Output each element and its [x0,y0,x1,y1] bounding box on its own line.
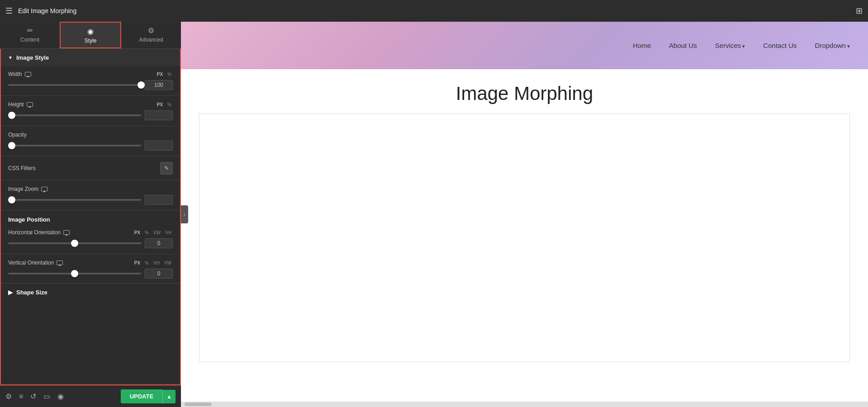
opacity-slider-row [8,141,173,151]
opacity-slider-thumb[interactable] [8,142,15,149]
nav-services[interactable]: Services [715,42,745,49]
height-text: Height [8,101,24,108]
sidebar-collapse-handle[interactable]: ‹ [181,205,188,223]
opacity-slider-track [8,145,141,147]
responsive-icon[interactable]: ▭ [43,392,50,401]
page-title: Image Morphing [199,83,850,104]
preview-scrollbar[interactable] [181,402,868,407]
bottom-bar: ⚙ ≡ ↺ ▭ ◉ UPDATE ▲ [0,385,181,407]
horizontal-value-input[interactable] [145,238,173,248]
style-tab-icon: ◉ [87,27,94,36]
height-slider-wrapper[interactable] [8,111,141,120]
css-filters-row: CSS Filters ✎ [1,157,180,179]
edit-pencil-icon: ✎ [164,165,169,171]
sidebar: ✏ Content ◉ Style ⚙ Advanced ▼ Image Sty… [0,22,181,407]
image-style-section-header[interactable]: ▼ Image Style [1,49,180,66]
nav-contact[interactable]: Contact Us [763,42,797,49]
height-slider-track [8,114,141,116]
height-control-group: Height PX % [1,97,180,125]
css-filters-edit-btn[interactable]: ✎ [160,162,173,175]
vertical-control-group: Vertical Orientation PX % VH VW [1,255,180,283]
height-label-row: Height PX % [8,101,173,108]
eye-icon[interactable]: ◉ [57,392,64,401]
horizontal-label: Horizontal Orientation [8,229,70,236]
top-bar: ☰ Edit Image Morphing ⊞ [0,0,868,22]
opacity-label: Opacity [8,132,27,138]
height-px-btn[interactable]: PX [156,102,164,108]
opacity-value-input[interactable] [145,141,173,151]
settings-icon[interactable]: ⚙ [5,392,12,401]
height-slider-thumb[interactable] [8,112,15,119]
tab-style[interactable]: ◉ Style [60,22,121,48]
hamburger-icon[interactable]: ☰ [5,6,13,16]
bottom-icons: ⚙ ≡ ↺ ▭ ◉ [5,392,64,401]
vertical-slider-wrapper[interactable] [8,269,141,278]
vert-vh-btn[interactable]: VH [152,260,161,266]
horiz-vh-btn[interactable]: VH [164,230,173,236]
vertical-monitor-icon [57,260,63,265]
image-zoom-monitor-icon [41,187,47,191]
opacity-text: Opacity [8,132,27,138]
horizontal-units: PX % VW VH [133,230,173,236]
width-slider-wrapper[interactable] [8,80,141,90]
vertical-value-input[interactable] [145,269,173,279]
vertical-slider-thumb[interactable] [71,270,78,277]
grid-icon[interactable]: ⊞ [856,6,863,16]
nav-home[interactable]: Home [633,42,651,49]
vertical-slider-track [8,273,141,274]
tab-content[interactable]: ✏ Content [0,22,60,48]
page-title-area: Image Morphing [199,83,850,104]
opacity-slider-wrapper[interactable] [8,141,141,150]
top-bar-left: ☰ Edit Image Morphing [5,6,76,16]
layers-icon[interactable]: ≡ [19,393,23,401]
height-monitor-icon [27,102,33,107]
site-content: Image Morphing [181,69,868,402]
width-monitor-icon [25,72,31,76]
tab-advanced[interactable]: ⚙ Advanced [121,22,181,48]
vert-pct-btn[interactable]: % [143,260,150,266]
vertical-text: Vertical Orientation [8,260,54,266]
image-zoom-label: Image Zoom [8,186,47,192]
image-zoom-slider-wrapper[interactable] [8,195,141,204]
height-pct-btn[interactable]: % [166,102,173,108]
tabs-row: ✏ Content ◉ Style ⚙ Advanced [0,22,181,49]
update-arrow-button[interactable]: ▲ [162,390,175,403]
page-editor-title: Edit Image Morphing [18,7,76,14]
image-style-arrow-icon: ▼ [8,55,13,60]
opacity-control-group: Opacity [1,127,180,155]
scrollbar-thumb [185,402,212,406]
vert-vw-btn[interactable]: VW [163,260,173,266]
horizontal-slider-thumb[interactable] [71,240,78,247]
image-position-title: Image Position [1,212,180,225]
image-zoom-text: Image Zoom [8,186,38,192]
shape-size-section[interactable]: ▶ Shape Size [1,283,180,301]
image-zoom-slider-row [8,195,173,205]
horizontal-text: Horizontal Orientation [8,229,61,236]
nav-dropdown[interactable]: Dropdown [815,42,850,49]
horizontal-monitor-icon [63,230,70,235]
horizontal-slider-wrapper[interactable] [8,239,141,248]
height-slider-row [8,110,173,120]
panel-content: ▼ Image Style Width PX % [0,49,181,385]
image-zoom-slider-thumb[interactable] [8,196,15,204]
horizontal-slider-row [8,238,173,248]
tab-advanced-label: Advanced [139,37,163,43]
main-layout: ✏ Content ◉ Style ⚙ Advanced ▼ Image Sty… [0,22,868,407]
horiz-pct-btn[interactable]: % [143,230,150,236]
width-units: PX % [156,71,173,77]
image-morph-container [199,114,850,362]
update-button[interactable]: UPDATE [121,389,162,403]
width-pct-btn[interactable]: % [166,71,173,77]
vert-px-btn[interactable]: PX [133,260,142,266]
horiz-px-btn[interactable]: PX [133,230,142,236]
image-zoom-value-input[interactable] [145,195,173,205]
history-icon[interactable]: ↺ [30,392,36,401]
horiz-vw-btn[interactable]: VW [152,230,162,236]
width-text: Width [8,71,22,77]
width-label-row: Width PX % [8,71,173,77]
width-px-btn[interactable]: PX [156,71,164,77]
width-value-input[interactable] [145,80,173,90]
height-value-input[interactable] [145,110,173,120]
nav-about[interactable]: About Us [669,42,697,49]
width-slider-thumb[interactable] [138,81,145,89]
